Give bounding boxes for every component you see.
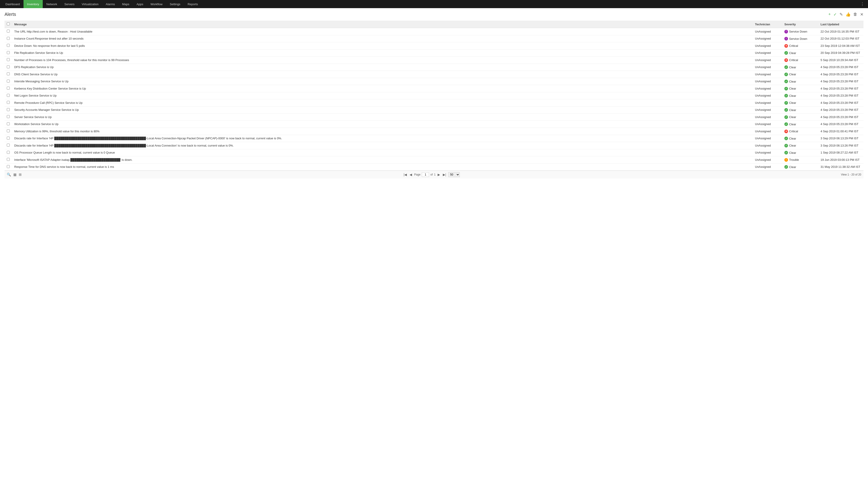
row-lastupdated-19: 31 May 2019 11:38:32 AM IST <box>818 163 864 171</box>
select-all-checkbox[interactable] <box>7 22 10 25</box>
severity-label-0: Service Down <box>789 30 807 33</box>
row-checkbox-7[interactable] <box>7 80 10 83</box>
table-row: Response Time for DNS service is now bac… <box>4 163 864 171</box>
row-lastupdated-2: 23 Sep 2019 12:04:38 AM IST <box>818 42 864 50</box>
row-checkbox-3[interactable] <box>7 51 10 54</box>
row-severity-3: ✓ Clear <box>782 49 818 57</box>
of-label: of <box>430 173 433 176</box>
row-message-15: Discards rate for Interface 'HP ████████… <box>12 135 753 142</box>
navbar-more-icon[interactable]: ⋮ <box>859 2 866 6</box>
nav-item-servers[interactable]: Servers <box>61 0 78 8</box>
next-page-btn[interactable]: ▶ <box>437 173 441 176</box>
row-checkbox-8[interactable] <box>7 87 10 90</box>
row-lastupdated-9: 4 Sep 2019 05:23:28 PM IST <box>818 92 864 99</box>
row-technician-10: UnAssigned <box>753 99 782 107</box>
row-checkbox-10[interactable] <box>7 101 10 104</box>
severity-label-11: Clear <box>789 108 796 112</box>
row-checkbox-19[interactable] <box>7 165 10 168</box>
severity-label-15: Clear <box>789 137 796 140</box>
footer-left-icons: 🔍 ▦ ⊞ <box>7 173 22 177</box>
row-severity-8: ✓ Clear <box>782 85 818 92</box>
row-severity-0: ! Service Down <box>782 28 818 35</box>
row-checkbox-9[interactable] <box>7 94 10 97</box>
row-technician-0: UnAssigned <box>753 28 782 35</box>
severity-icon-10: ✓ <box>784 101 788 105</box>
last-page-btn[interactable]: ▶| <box>442 173 447 176</box>
row-checkbox-14[interactable] <box>7 129 10 132</box>
row-message-13: Workstation Service Service is Up <box>12 121 753 128</box>
row-checkbox-5[interactable] <box>7 65 10 68</box>
row-lastupdated-4: 5 Sep 2019 10:29:34 AM IST <box>818 57 864 64</box>
row-severity-19: ✓ Clear <box>782 163 818 171</box>
row-checkbox-11[interactable] <box>7 108 10 111</box>
severity-icon-9: ✓ <box>784 94 788 97</box>
search-icon[interactable]: 🔍 <box>7 173 11 177</box>
col-header-technician: Technician <box>753 21 782 28</box>
table-icon[interactable]: ▦ <box>13 173 17 177</box>
row-lastupdated-6: 4 Sep 2019 05:23:28 PM IST <box>818 71 864 78</box>
nav-item-settings[interactable]: Settings <box>166 0 184 8</box>
nav-item-maps[interactable]: Maps <box>119 0 133 8</box>
row-severity-12: ✓ Clear <box>782 114 818 121</box>
row-severity-5: ✓ Clear <box>782 64 818 71</box>
row-technician-7: UnAssigned <box>753 78 782 85</box>
row-message-16: Discards rate for Interface 'HP ████████… <box>12 142 753 149</box>
table-row: Server Service Service is Up UnAssigned … <box>4 114 864 121</box>
nav-item-dashboard[interactable]: Dashboard <box>2 0 24 8</box>
row-checkbox-0[interactable] <box>7 30 10 33</box>
table-row: Security Accounts Manager Service Servic… <box>4 106 864 114</box>
severity-icon-8: ✓ <box>784 87 788 90</box>
table-row: Discards rate for Interface 'HP ████████… <box>4 135 864 142</box>
col-header-lastupdated: Last Updated <box>818 21 864 28</box>
prev-page-btn[interactable]: ◀ <box>409 173 413 176</box>
severity-label-16: Clear <box>789 144 796 147</box>
row-checkbox-2[interactable] <box>7 44 10 47</box>
row-severity-18: ! Trouble <box>782 156 818 163</box>
row-checkbox-6[interactable] <box>7 72 10 75</box>
col-header-message: Message <box>12 21 753 28</box>
row-checkbox-18[interactable] <box>7 158 10 161</box>
severity-icon-12: ✓ <box>784 115 788 119</box>
row-checkbox-15[interactable] <box>7 137 10 140</box>
row-lastupdated-5: 4 Sep 2019 05:23:28 PM IST <box>818 64 864 71</box>
export-icon[interactable]: ⊞ <box>19 173 22 177</box>
row-checkbox-17[interactable] <box>7 151 10 154</box>
thumbsup-button[interactable]: 👍 <box>846 12 850 17</box>
nav-item-workflow[interactable]: Workflow <box>147 0 166 8</box>
row-message-7: Intersite Messaging Service Service is U… <box>12 78 753 85</box>
row-checkbox-16[interactable] <box>7 144 10 147</box>
severity-label-9: Clear <box>789 94 796 97</box>
close-button[interactable]: ✕ <box>860 12 864 17</box>
row-lastupdated-7: 4 Sep 2019 05:23:28 PM IST <box>818 78 864 85</box>
table-row: Workstation Service Service is Up UnAssi… <box>4 121 864 128</box>
severity-icon-7: ✓ <box>784 80 788 83</box>
page-input[interactable] <box>422 172 429 177</box>
row-checkbox-4[interactable] <box>7 58 10 61</box>
nav-item-network[interactable]: Network <box>43 0 61 8</box>
page-label: Page <box>414 173 421 176</box>
row-severity-16: ✓ Clear <box>782 142 818 149</box>
nav-item-reports[interactable]: Reports <box>184 0 202 8</box>
severity-label-7: Clear <box>789 80 796 83</box>
delete-button[interactable]: 🗑 <box>853 12 857 17</box>
table-row: File Replication Service Service is Up U… <box>4 49 864 57</box>
page-header: Alerts + ✓ ✎ 👍 🗑 ✕ <box>4 12 864 17</box>
row-lastupdated-10: 4 Sep 2019 05:23:28 PM IST <box>818 99 864 107</box>
table-row: Intersite Messaging Service Service is U… <box>4 78 864 85</box>
nav-item-inventory[interactable]: Inventory <box>24 0 43 8</box>
approve-button[interactable]: ✓ <box>833 12 837 17</box>
row-checkbox-13[interactable] <box>7 122 10 125</box>
nav-item-virtualization[interactable]: Virtualization <box>78 0 102 8</box>
row-checkbox-1[interactable] <box>7 37 10 40</box>
row-message-12: Server Service Service is Up <box>12 114 753 121</box>
first-page-btn[interactable]: |◀ <box>403 173 408 176</box>
row-technician-15: UnAssigned <box>753 135 782 142</box>
nav-item-alarms[interactable]: Alarms <box>102 0 119 8</box>
page-size-select[interactable]: 50 25 100 <box>448 172 460 177</box>
nav-item-apps[interactable]: Apps <box>133 0 147 8</box>
add-button[interactable]: + <box>828 12 831 17</box>
edit-button[interactable]: ✎ <box>839 12 843 17</box>
severity-icon-16: ✓ <box>784 144 788 148</box>
row-message-10: Remote Procedure Call (RPC) Service Serv… <box>12 99 753 107</box>
row-checkbox-12[interactable] <box>7 115 10 118</box>
